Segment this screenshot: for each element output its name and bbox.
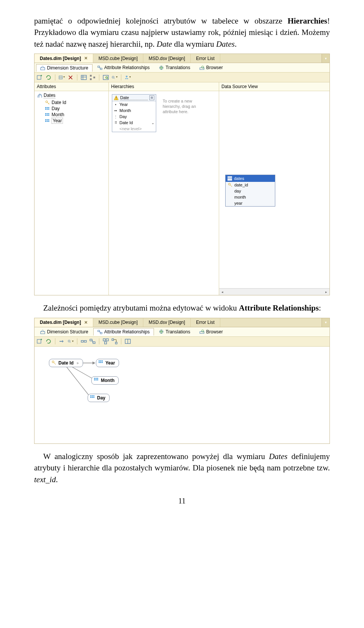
toolbar-process-button[interactable] <box>46 74 52 80</box>
p1-bold-hierarchies: Hierarchies <box>287 16 327 25</box>
attribute-icon <box>90 395 95 400</box>
subtab-translations[interactable]: Translations <box>155 64 195 71</box>
hierarchy-level-year[interactable]: • Year <box>112 101 156 107</box>
toolbar-zoom-button[interactable] <box>111 74 118 80</box>
hierarchy-card-header[interactable]: Date ⊞ <box>112 95 156 101</box>
toolbar-collapse-shapes-button[interactable] <box>89 338 96 344</box>
toolbar-delete-button[interactable] <box>67 74 74 80</box>
toolbar-arrange-shapes-button[interactable] <box>103 338 109 344</box>
hierarchy-level-date-id[interactable]: ⠿ Date Id ⌄ <box>112 120 156 126</box>
document-tabs: Dates.dim [Design] ✕ MSD.cube [Design] M… <box>35 318 329 327</box>
translations-icon <box>159 329 164 334</box>
expand-icon[interactable]: ⊞ <box>149 95 154 100</box>
subtab-label: Browser <box>206 65 223 70</box>
new-level-label: <new level> <box>119 126 142 131</box>
svg-rect-45 <box>45 115 46 116</box>
toolbar-separator <box>121 74 121 80</box>
hierarchy-new-level[interactable]: <new level> <box>112 126 156 132</box>
subtab-dimension-structure[interactable]: Dimension Structure <box>36 64 93 72</box>
level-marker-icon: ⋮ <box>114 115 118 119</box>
tab-dates-dim[interactable]: Dates.dim [Design] ✕ <box>35 318 93 327</box>
toolbar-view-button[interactable] <box>59 74 65 80</box>
relationships-toolbar <box>35 337 329 347</box>
toolbar-add-bi-button[interactable] <box>37 74 43 80</box>
subtab-label: Dimension Structure <box>47 65 88 71</box>
key-attribute-icon <box>45 100 50 105</box>
node-month[interactable]: Month <box>91 376 119 385</box>
column-icon <box>228 201 232 205</box>
node-day[interactable]: Day <box>88 394 110 402</box>
tab-error-list[interactable]: Error List <box>191 54 220 63</box>
toolbar-add-bi-button[interactable] <box>37 338 43 344</box>
dsv-horizontal-scrollbar[interactable]: ◂ ▸ <box>219 288 329 295</box>
subtab-dimension-structure[interactable]: Dimension Structure <box>36 328 93 336</box>
p2-text-c: : <box>319 303 321 312</box>
column-label: date_id <box>234 183 248 187</box>
toolbar-show-list-button[interactable] <box>125 338 131 344</box>
toolbar-arrange-auto-button[interactable] <box>111 338 118 344</box>
svg-rect-29 <box>126 76 127 77</box>
tab-msd-cube[interactable]: MSD.cube [Design] <box>93 318 143 327</box>
toolbar-separator <box>99 338 99 344</box>
toolbar-table-button[interactable] <box>81 74 87 80</box>
attribute-year[interactable]: Year <box>45 118 107 124</box>
page-number: 11 <box>34 497 330 505</box>
scroll-right-icon[interactable]: ▸ <box>323 290 329 294</box>
tab-dates-dim[interactable]: Dates.dim [Design] ✕ <box>35 54 93 63</box>
hierarchy-level-day[interactable]: ⋮ Day <box>112 114 156 120</box>
toolbar-writeback-button[interactable] <box>125 74 131 80</box>
screenshot-dimension-structure: Dates.dim [Design] ✕ MSD.cube [Design] M… <box>34 54 330 295</box>
toolbar-process-button[interactable] <box>46 338 52 344</box>
tab-msd-dsv[interactable]: MSD.dsv [Design] <box>143 54 191 63</box>
node-date-id[interactable]: Date Id ▹ <box>49 359 83 367</box>
level-label: Year <box>119 102 128 107</box>
dsv-column-date-id[interactable]: date_id <box>226 182 275 188</box>
browser-icon <box>199 65 204 70</box>
toolbar-new-relationship-button[interactable] <box>59 338 65 344</box>
dsv-table-dates[interactable]: dates date_id day <box>225 175 275 207</box>
node-label: Day <box>97 395 105 401</box>
dsv-column-day[interactable]: day <box>226 188 275 194</box>
subtab-attribute-relationships[interactable]: Attribute Relationships <box>93 328 154 336</box>
attributes-root-dates[interactable]: Dates <box>38 93 107 98</box>
dsv-table-header[interactable]: dates <box>226 175 275 182</box>
tab-msd-cube[interactable]: MSD.cube [Design] <box>93 54 143 63</box>
subtab-browser[interactable]: Browser <box>195 64 227 71</box>
subtab-translations[interactable]: Translations <box>155 328 195 336</box>
svg-rect-52 <box>47 121 48 122</box>
attribute-day[interactable]: Day <box>45 106 107 112</box>
dimension-structure-icon <box>40 329 45 334</box>
designer-toolbar <box>35 73 329 82</box>
tab-msd-dsv[interactable]: MSD.dsv [Design] <box>143 318 191 327</box>
attribute-month[interactable]: Month <box>45 112 107 118</box>
scroll-left-icon[interactable]: ◂ <box>219 290 226 294</box>
subtab-browser[interactable]: Browser <box>195 328 227 336</box>
tab-overflow-button[interactable]: ▾ <box>322 318 329 327</box>
svg-rect-37 <box>47 107 48 108</box>
hierarchy-card-date[interactable]: Date ⊞ • Year •• Month ⋮ <box>112 94 156 132</box>
subtab-attribute-relationships[interactable]: Attribute Relationships <box>93 64 154 71</box>
tab-overflow-button[interactable]: ▾ <box>322 54 329 63</box>
dsv-column-month[interactable]: month <box>226 194 275 200</box>
hierarchy-level-month[interactable]: •• Month <box>112 107 156 114</box>
expand-handle-icon[interactable]: ▹ <box>77 361 79 365</box>
column-icon <box>228 195 232 199</box>
svg-rect-86 <box>112 339 114 341</box>
svg-marker-93 <box>93 361 95 364</box>
svg-rect-85 <box>105 342 107 344</box>
relationships-diagram[interactable]: Date Id ▹ Year Month Day <box>35 347 329 443</box>
svg-rect-2 <box>100 68 102 69</box>
tab-label: Dates.dim [Design] <box>40 56 81 61</box>
toolbar-tree-button[interactable] <box>89 74 96 80</box>
attribute-date-id[interactable]: Date Id <box>45 99 107 106</box>
node-year[interactable]: Year <box>96 359 119 367</box>
close-icon[interactable]: ✕ <box>84 56 88 61</box>
close-icon[interactable]: ✕ <box>84 320 88 325</box>
toolbar-expand-shapes-button[interactable] <box>81 338 87 344</box>
dsv-column-year[interactable]: year <box>226 200 275 206</box>
subtab-label: Attribute Relationships <box>104 65 150 70</box>
toolbar-find-button[interactable] <box>103 74 109 80</box>
svg-line-34 <box>47 103 49 104</box>
toolbar-zoom-button[interactable] <box>67 338 74 344</box>
tab-error-list[interactable]: Error List <box>191 318 220 327</box>
